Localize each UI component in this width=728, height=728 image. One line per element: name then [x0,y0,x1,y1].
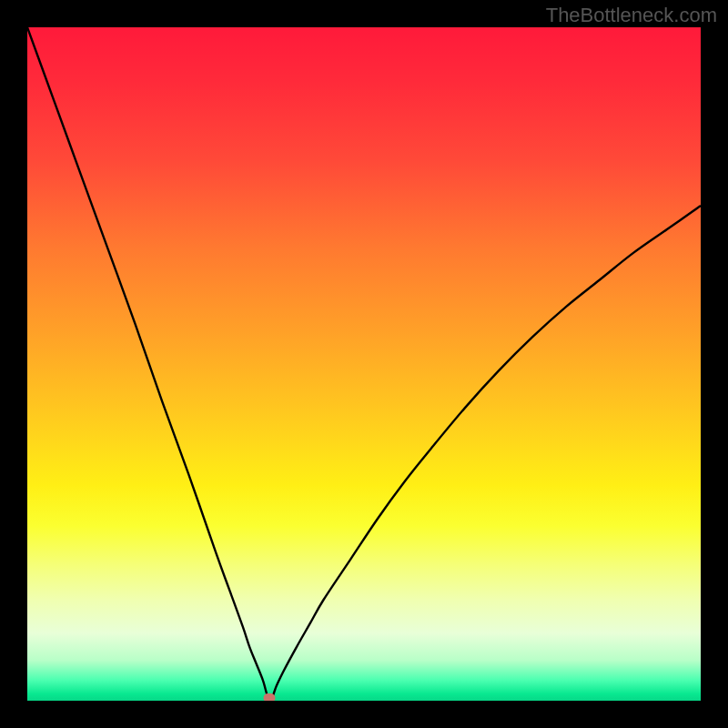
minimum-marker [264,693,276,701]
bottleneck-curve [27,27,701,701]
plot-area [27,27,701,701]
watermark-text: TheBottleneck.com [546,4,717,27]
